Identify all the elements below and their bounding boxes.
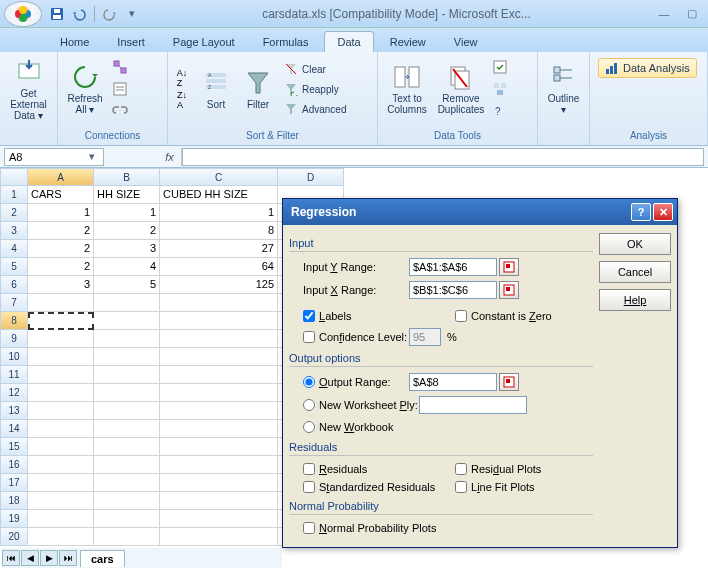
row-header[interactable]: 2 [0, 204, 28, 222]
residuals-checkbox[interactable]: Residuals [289, 460, 441, 478]
row-header[interactable]: 8 [0, 312, 28, 330]
cell[interactable] [94, 456, 160, 474]
data-validation-button[interactable] [490, 57, 510, 77]
last-sheet-button[interactable]: ⏭ [59, 550, 77, 566]
sheet-tab[interactable]: cars [80, 550, 125, 567]
whatif-button[interactable]: ? [490, 101, 510, 121]
next-sheet-button[interactable]: ▶ [40, 550, 58, 566]
y-range-input[interactable] [409, 258, 497, 276]
cell[interactable] [28, 420, 94, 438]
cell[interactable] [160, 492, 278, 510]
row-header[interactable]: 5 [0, 258, 28, 276]
properties-button[interactable] [110, 79, 130, 99]
cell[interactable] [160, 438, 278, 456]
cell[interactable]: HH SIZE [94, 186, 160, 204]
new-worksheet-radio[interactable]: New Worksheet Ply: [289, 395, 419, 415]
tab-view[interactable]: View [442, 32, 490, 52]
cell[interactable]: 5 [94, 276, 160, 294]
cell[interactable]: 27 [160, 240, 278, 258]
minimize-button[interactable]: — [652, 6, 676, 22]
cell[interactable]: 3 [28, 276, 94, 294]
normal-prob-plots-checkbox[interactable]: Normal Probability Plots [289, 519, 593, 537]
get-external-data-button[interactable]: Get External Data ▾ [4, 56, 53, 122]
row-header[interactable]: 18 [0, 492, 28, 510]
cell[interactable] [160, 330, 278, 348]
row-header[interactable]: 14 [0, 420, 28, 438]
cell[interactable]: 8 [160, 222, 278, 240]
row-header[interactable]: 3 [0, 222, 28, 240]
cell[interactable] [94, 492, 160, 510]
insert-function-button[interactable]: fx [158, 148, 182, 166]
refresh-all-button[interactable]: Refresh All ▾ [62, 56, 108, 122]
column-header[interactable]: A [28, 168, 94, 186]
row-header[interactable]: 1 [0, 186, 28, 204]
redo-icon[interactable] [101, 5, 119, 23]
cell[interactable] [160, 510, 278, 528]
row-header[interactable]: 17 [0, 474, 28, 492]
output-range-input[interactable] [409, 373, 497, 391]
standardized-residuals-checkbox[interactable]: Standardized Residuals [289, 478, 441, 496]
cell[interactable]: 4 [94, 258, 160, 276]
new-workbook-radio[interactable]: New Workbook [289, 417, 593, 437]
save-icon[interactable] [48, 5, 66, 23]
cell[interactable] [28, 474, 94, 492]
cell[interactable] [160, 294, 278, 312]
cell[interactable] [28, 492, 94, 510]
cell[interactable] [28, 510, 94, 528]
confidence-checkbox[interactable]: Confidence Level: [289, 328, 409, 346]
cell[interactable] [94, 312, 160, 330]
x-range-input[interactable] [409, 281, 497, 299]
first-sheet-button[interactable]: ⏮ [2, 550, 20, 566]
cell[interactable] [160, 420, 278, 438]
row-header[interactable]: 15 [0, 438, 28, 456]
tab-insert[interactable]: Insert [105, 32, 157, 52]
dialog-close-icon[interactable]: ✕ [653, 203, 673, 221]
cell[interactable] [160, 348, 278, 366]
office-button[interactable] [4, 1, 42, 27]
tab-home[interactable]: Home [48, 32, 101, 52]
row-header[interactable]: 9 [0, 330, 28, 348]
cell[interactable] [28, 348, 94, 366]
cell[interactable]: 2 [94, 222, 160, 240]
cell[interactable] [94, 438, 160, 456]
column-header[interactable]: C [160, 168, 278, 186]
cancel-button[interactable]: Cancel [599, 261, 671, 283]
cell[interactable] [94, 402, 160, 420]
cell[interactable] [28, 456, 94, 474]
column-header[interactable]: B [94, 168, 160, 186]
prev-sheet-button[interactable]: ◀ [21, 550, 39, 566]
cell[interactable]: 2 [28, 240, 94, 258]
cell[interactable] [28, 528, 94, 546]
row-header[interactable]: 13 [0, 402, 28, 420]
chevron-down-icon[interactable]: ▾ [85, 150, 99, 163]
select-all-corner[interactable] [0, 168, 28, 186]
cell[interactable]: 1 [94, 204, 160, 222]
cell[interactable]: 3 [94, 240, 160, 258]
cell[interactable] [160, 528, 278, 546]
qat-customize-icon[interactable]: ▾ [123, 5, 141, 23]
row-header[interactable]: 4 [0, 240, 28, 258]
cell[interactable] [28, 294, 94, 312]
cell[interactable] [94, 366, 160, 384]
filter-button[interactable]: Filter [238, 56, 278, 122]
undo-icon[interactable] [70, 5, 88, 23]
connections-button[interactable] [110, 57, 130, 77]
row-header[interactable]: 19 [0, 510, 28, 528]
tab-review[interactable]: Review [378, 32, 438, 52]
cell[interactable]: 64 [160, 258, 278, 276]
cell[interactable] [28, 366, 94, 384]
cell[interactable] [94, 294, 160, 312]
row-header[interactable]: 11 [0, 366, 28, 384]
cell[interactable]: 125 [160, 276, 278, 294]
residual-plots-checkbox[interactable]: Residual Plots [441, 460, 593, 478]
row-header[interactable]: 20 [0, 528, 28, 546]
cell[interactable] [94, 330, 160, 348]
active-cell[interactable] [28, 312, 94, 330]
constant-zero-checkbox[interactable]: Constant is Zero [441, 307, 593, 325]
cell[interactable] [94, 348, 160, 366]
output-range-radio[interactable]: Output Range: [289, 372, 409, 392]
cell[interactable] [94, 474, 160, 492]
consolidate-button[interactable] [490, 79, 510, 99]
cell[interactable] [160, 402, 278, 420]
formula-bar[interactable] [182, 148, 704, 166]
